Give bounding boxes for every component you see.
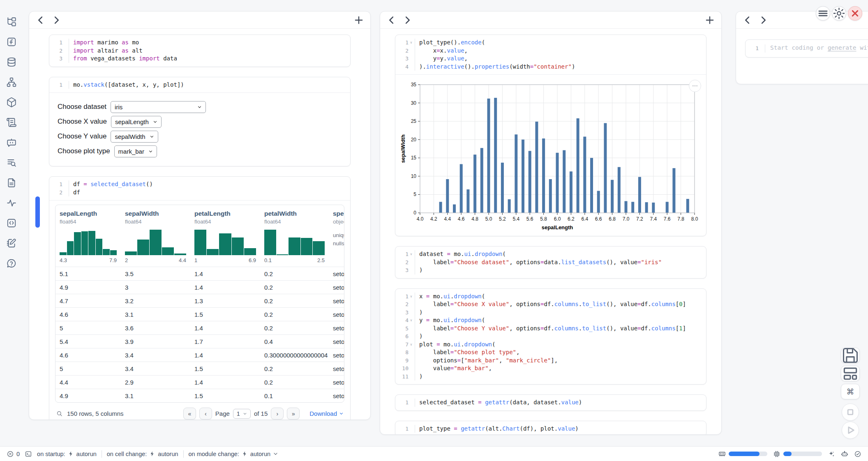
code-line: ) [419,373,701,381]
sidebar-item-documentation[interactable] [6,177,17,188]
sidebar-item-logs[interactable] [6,157,17,168]
column-forward-button[interactable] [757,14,769,26]
column-name: sepalLength [60,210,117,217]
column-histogram [125,230,186,255]
code-editor-imports[interactable]: 123import marimo as moimport altair as a… [49,35,350,67]
min-value: 1 [194,257,197,263]
runtime-config-2[interactable]: on cell change:autorun [107,451,178,457]
runtime-config-3[interactable]: on module change:autorun [189,451,279,457]
table-cell: 1.4 [190,352,260,359]
table-cell: 0.1 [260,392,329,399]
layout-icon [841,364,859,383]
first-page-button[interactable]: « [183,408,196,420]
svg-text:8.0: 8.0 [691,216,698,222]
stop-kernel-button[interactable] [842,403,859,421]
generate-with-ai-link[interactable]: generate [828,44,856,51]
cpu-icon [773,450,780,458]
sidebar-item-file-tree[interactable] [6,16,17,27]
run-all-button[interactable] [842,422,859,439]
empty-code-cell[interactable]: 1 Start coding or generate with AI [745,39,868,58]
svg-text:0: 0 [413,210,416,216]
search-icon[interactable] [56,410,63,417]
dropdown-choose-y-value[interactable]: sepalWidth [111,131,158,143]
column-back-button[interactable] [742,14,753,26]
column-name: sepalWidth [125,210,186,217]
svg-text:4.4: 4.4 [444,216,451,222]
table-cell: setosa [329,379,344,386]
column-back-button[interactable] [35,14,46,26]
table-cell: setosa [329,365,344,372]
dependency-graph-icon [6,77,17,88]
settings-button[interactable] [832,6,846,21]
sidebar-item-snippets[interactable] [6,218,17,228]
ai-assistant-button[interactable] [828,450,835,458]
sidebar-item-scroll[interactable] [6,117,17,128]
connection-status-button[interactable] [854,450,861,458]
code-line: ).interactive().properties(width="contai… [419,63,701,71]
line-number: 3 [398,309,409,316]
code-editor-dataframe[interactable]: 12df = selected_dataset()df [49,177,350,200]
keyboard-shortcuts-button[interactable]: ⌘ [841,384,860,399]
runtime-config-1[interactable]: on startup:autorun [37,451,97,457]
code-editor-dataset[interactable]: 1∨23dataset = mo.ui.dropdown( label="Cho… [395,247,706,278]
table-row: 5.13.51.40.2setosa [55,267,344,280]
line-number: 3 [398,267,409,273]
svg-text:6.2: 6.2 [568,216,575,222]
dropdown-choose-plot-type[interactable]: mark_bar [114,145,157,157]
dropdown-choose-dataset[interactable]: iris [111,101,206,113]
column-header-species: speciesobjectunique:nulls: [329,210,344,263]
control-label: Choose dataset [58,103,106,111]
column-histogram [194,230,256,255]
column-forward-button[interactable] [402,14,413,26]
bar-chart[interactable]: 4.04.24.44.64.85.05.25.45.65.86.06.26.46… [399,80,704,233]
sidebar-item-chat[interactable] [6,137,17,148]
download-button[interactable]: Download [309,410,344,417]
code-editor-vstack[interactable]: 1mo.vstack([dataset, x, y, plot]) [49,77,350,93]
column-back-button[interactable] [386,14,397,26]
svg-text:6.8: 6.8 [609,216,616,222]
table-cell: 1.5 [190,311,260,318]
copilot-button[interactable] [841,450,848,458]
sidebar-item-scratchpad[interactable] [6,238,17,249]
dropdown-choose-x-value[interactable]: sepalLength [111,116,162,128]
dropdown-value: mark_bar [118,148,144,155]
column-range: 16.9 [194,257,256,263]
shutdown-button[interactable] [848,6,862,21]
column-forward-button[interactable] [51,14,62,26]
prev-page-button[interactable]: ‹ [199,408,212,420]
save-button[interactable] [841,348,860,363]
control-label: Choose plot type [58,147,110,155]
line-number: 6 [398,333,409,339]
chart-menu-button[interactable] [689,80,701,92]
column-dtype: float64 [194,219,256,225]
page-select[interactable]: 1 [233,409,251,419]
terminal-button[interactable] [25,450,32,458]
sidebar-item-dependency-graph[interactable] [6,77,17,88]
layout-toggle-button[interactable] [841,366,860,381]
snippets-icon [6,218,17,228]
sidebar-item-functions[interactable] [6,37,17,47]
cell-placeholder[interactable]: Start coding or generate with AI [765,44,868,53]
code-editor-plot[interactable]: 1∨234plot_type().encode( x=x.value, y=y.… [395,35,706,74]
code-editor-xyplot[interactable]: 1∨234∨567∨891011x = mo.ui.dropdown( labe… [395,289,706,385]
code-editor-selected-dataset[interactable]: 1selected_dataset = getattr(data, datase… [395,395,706,410]
next-page-button[interactable]: › [271,408,284,420]
dropdown-value: sepalLength [115,118,149,125]
errors-indicator[interactable]: 0 [7,450,20,458]
table-cell: 4.9 [55,392,121,399]
code-line: plot_type = getattr(alt.Chart(df), plot.… [419,425,701,433]
page-label: Page [215,410,230,417]
add-cell-button[interactable] [353,14,365,26]
last-page-button[interactable]: » [287,408,300,420]
add-cell-button[interactable] [704,14,716,26]
fold-marker-icon: ∨ [409,293,414,301]
notebook-menu-button[interactable] [816,6,830,21]
line-number: 9 [398,357,409,364]
sidebar-item-tracing[interactable] [6,198,17,208]
sidebar-item-package[interactable] [6,97,17,108]
sidebar-item-help[interactable] [6,258,17,269]
svg-text:7.0: 7.0 [623,216,630,222]
code-editor-plot-type[interactable]: 1plot_type = getattr(alt.Chart(df), plot… [395,421,706,435]
sidebar-item-database[interactable] [6,57,17,67]
cell-focus-indicator[interactable] [35,196,40,228]
